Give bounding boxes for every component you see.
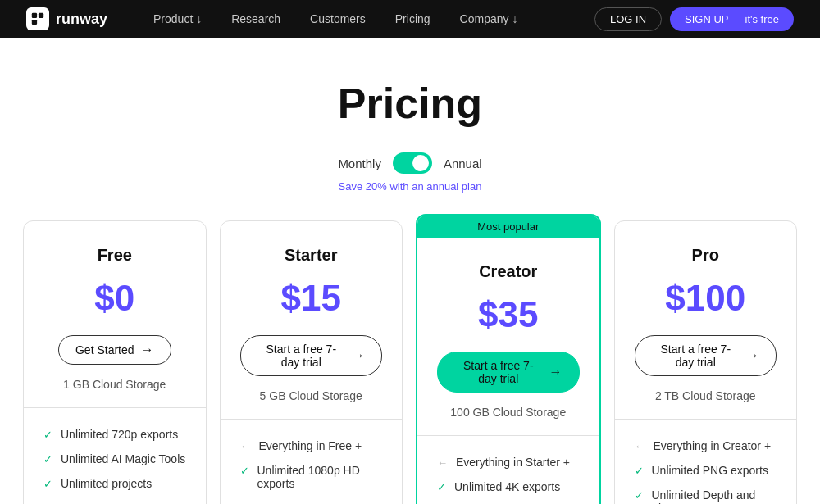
plan-pro-cta[interactable]: Start a free 7-day trial →	[635, 335, 777, 376]
feature-item: ✓ Unlimited 4K exports	[437, 480, 580, 493]
check-icon: ✓	[635, 489, 644, 502]
monthly-label: Monthly	[338, 157, 381, 170]
most-popular-badge: Most popular	[417, 216, 599, 238]
nav-research[interactable]: Research	[218, 7, 294, 30]
plan-free: Free $0 Get Started → 1 GB Cloud Storage…	[23, 220, 207, 504]
svg-rect-1	[39, 13, 43, 18]
nav-actions: LOG IN SIGN UP — it's free	[594, 7, 794, 31]
plan-free-storage: 1 GB Cloud Storage	[43, 378, 186, 391]
plan-free-cta[interactable]: Get Started →	[58, 335, 171, 365]
feature-item: ✓ Unlimited AI Magic Tools	[43, 452, 186, 465]
arrow-icon: ←	[635, 440, 645, 452]
plan-creator-price: $35	[437, 294, 580, 335]
toggle-knob	[412, 155, 429, 171]
arrow-icon: ←	[437, 456, 448, 469]
annual-label: Annual	[444, 157, 482, 170]
billing-toggle-row: Monthly Annual	[16, 152, 804, 174]
feature-item: ← Everything in Free +	[240, 439, 383, 452]
pricing-cards: Free $0 Get Started → 1 GB Cloud Storage…	[16, 220, 804, 504]
feature-item: ✓ Unlimited PNG exports	[635, 464, 777, 477]
check-icon: ✓	[43, 478, 52, 490]
plan-starter-cta[interactable]: Start a free 7-day trial →	[240, 335, 383, 376]
plan-creator-features: ← Everything in Starter + ✓ Unlimited 4K…	[417, 436, 599, 504]
nav-pricing[interactable]: Pricing	[382, 7, 444, 30]
nav-company[interactable]: Company ↓	[447, 7, 531, 30]
feature-item: ← Everything in Creator +	[635, 439, 777, 452]
plan-free-features: ✓ Unlimited 720p exports ✓ Unlimited AI …	[24, 408, 206, 504]
cta-arrow-icon: →	[549, 365, 563, 379]
nav-links: Product ↓ Research Customers Pricing Com…	[140, 7, 594, 30]
logo[interactable]: runway	[26, 7, 107, 30]
plan-creator-top: Creator $35 Start a free 7-day trial → 1…	[417, 238, 599, 436]
plan-free-price: $0	[43, 278, 186, 319]
page-title: Pricing	[16, 79, 804, 128]
plan-creator-name: Creator	[437, 262, 580, 281]
svg-rect-0	[32, 13, 37, 18]
save-note: Save 20% with an annual plan	[16, 180, 804, 193]
check-icon: ✓	[43, 453, 52, 465]
feature-item: ✓ Unlimited 1080p HD exports	[240, 464, 383, 490]
plan-creator-cta[interactable]: Start a free 7-day trial →	[437, 352, 580, 393]
plan-pro-name: Pro	[635, 246, 777, 265]
check-icon: ✓	[635, 465, 644, 477]
plan-pro-features: ← Everything in Creator + ✓ Unlimited PN…	[615, 420, 797, 504]
nav-product[interactable]: Product ↓	[140, 7, 215, 30]
feature-item: ✓ Unlimited 720p exports	[43, 428, 186, 441]
plan-starter-name: Starter	[240, 246, 383, 265]
feature-item: ✓ Unlimited Depth and Flow exports	[635, 488, 777, 504]
plan-free-top: Free $0 Get Started → 1 GB Cloud Storage	[24, 221, 206, 408]
arrow-icon: ←	[240, 440, 251, 452]
svg-rect-2	[32, 20, 37, 25]
plan-pro-storage: 2 TB Cloud Storage	[635, 389, 777, 402]
plan-starter-features: ← Everything in Free + ✓ Unlimited 1080p…	[221, 420, 403, 504]
plan-free-name: Free	[43, 246, 186, 265]
plan-pro: Pro $100 Start a free 7-day trial → 2 TB…	[614, 220, 798, 504]
plan-pro-price: $100	[635, 278, 777, 319]
plan-pro-top: Pro $100 Start a free 7-day trial → 2 TB…	[615, 221, 797, 420]
signup-button[interactable]: SIGN UP — it's free	[670, 7, 794, 31]
main-content: Pricing Monthly Annual Save 20% with an …	[0, 38, 820, 504]
cta-arrow-icon: →	[141, 343, 154, 357]
plan-starter-price: $15	[240, 278, 383, 319]
plan-starter: Starter $15 Start a free 7-day trial → 5…	[220, 220, 403, 504]
plan-starter-top: Starter $15 Start a free 7-day trial → 5…	[221, 221, 403, 420]
login-button[interactable]: LOG IN	[594, 7, 662, 31]
check-icon: ✓	[437, 481, 446, 493]
plan-creator-storage: 100 GB Cloud Storage	[437, 406, 580, 419]
nav-customers[interactable]: Customers	[297, 7, 379, 30]
navbar: runway Product ↓ Research Customers Pric…	[0, 0, 820, 38]
logo-icon	[26, 7, 49, 30]
plan-starter-storage: 5 GB Cloud Storage	[240, 389, 383, 402]
cta-arrow-icon: →	[746, 348, 759, 363]
plan-creator: Most popular Creator $35 Start a free 7-…	[416, 214, 601, 504]
cta-arrow-icon: →	[352, 348, 365, 363]
check-icon: ✓	[43, 429, 52, 441]
check-icon: ✓	[240, 465, 249, 477]
feature-item: ✓ Unlimited projects	[43, 477, 186, 490]
feature-item: ← Everything in Starter +	[437, 456, 580, 469]
billing-toggle[interactable]	[393, 152, 432, 174]
logo-text: runway	[56, 11, 107, 28]
